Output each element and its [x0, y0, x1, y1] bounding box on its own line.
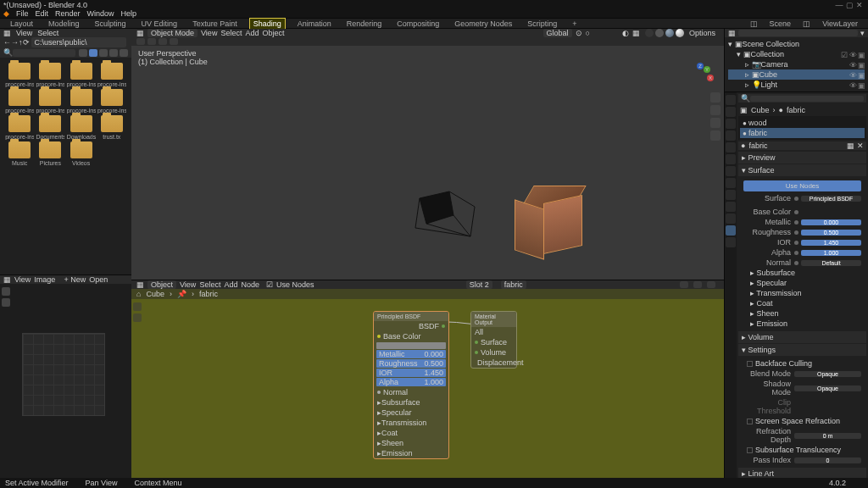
uv-open-button[interactable]: Open: [89, 275, 108, 284]
ne-menu-select[interactable]: Select: [199, 280, 220, 289]
editor-type-icon[interactable]: ▦: [728, 29, 736, 37]
close-icon[interactable]: ✕: [854, 1, 865, 9]
tab-texture[interactable]: Texture Paint: [189, 19, 241, 29]
uv-tool-icon[interactable]: [2, 298, 10, 307]
preview-panel[interactable]: ▸ Preview: [738, 152, 866, 164]
folder-item[interactable]: trust.tx: [97, 115, 126, 140]
shading-wire-icon[interactable]: [645, 29, 654, 37]
material-slot-wood[interactable]: ● wood: [740, 118, 865, 128]
tab-shading[interactable]: Shading: [249, 18, 286, 30]
vp-menu-object[interactable]: Object: [262, 29, 284, 37]
node-material-output[interactable]: Material Output All Surface Volume Displ…: [470, 311, 517, 369]
alpha-slider[interactable]: Alpha1.000: [376, 378, 446, 386]
uv-menu-view[interactable]: View: [14, 275, 31, 284]
refresh-icon[interactable]: ⟳: [23, 38, 30, 47]
menu-help[interactable]: Help: [121, 9, 137, 18]
tab-particle-icon[interactable]: [726, 178, 736, 188]
outliner-item-light[interactable]: ▹ 💡 Light👁▣: [728, 80, 865, 90]
roughness-slider[interactable]: Roughness0.500: [376, 359, 446, 368]
menu-file[interactable]: File: [16, 9, 29, 18]
select-tool-icon[interactable]: [133, 302, 142, 311]
roughness-field[interactable]: 0.500: [801, 230, 861, 236]
uv-tool-icon[interactable]: [2, 287, 10, 296]
blend-mode-select[interactable]: Opaque: [794, 371, 861, 377]
path-field[interactable]: C:\users\public\: [31, 37, 127, 47]
material-datablock[interactable]: ●fabric▦ ✕: [738, 141, 866, 150]
section-specular[interactable]: ▸ Specular: [743, 278, 861, 288]
folder-item[interactable]: Music: [5, 141, 34, 166]
shading-solid-icon[interactable]: [655, 29, 664, 37]
tab-render-icon[interactable]: [726, 95, 736, 105]
minimize-icon[interactable]: —: [834, 1, 844, 9]
viewlayer-field[interactable]: ViewLayer: [819, 19, 861, 29]
settings-panel[interactable]: ▾ Settings: [738, 344, 866, 356]
folder-item[interactable]: procore-ins...: [97, 63, 126, 87]
uv-new-button[interactable]: + New: [64, 275, 86, 284]
outliner-item-camera[interactable]: ▹ 📷 Camera👁▣: [728, 59, 865, 69]
editor-type-icon[interactable]: ▦: [3, 275, 11, 284]
folder-item[interactable]: Videos: [67, 141, 96, 166]
tab-world-icon[interactable]: [726, 142, 736, 152]
menu-render[interactable]: Render: [55, 9, 81, 18]
snap-icon[interactable]: [707, 281, 715, 288]
material-slot-fabric[interactable]: ● fabric: [740, 128, 865, 138]
cube-object[interactable]: [511, 186, 587, 262]
maximize-icon[interactable]: ▢: [844, 1, 854, 9]
tab-physics-icon[interactable]: [726, 190, 736, 200]
tab-uv[interactable]: UV Editing: [138, 19, 181, 29]
ne-menu-view[interactable]: View: [180, 280, 196, 289]
back-icon[interactable]: ←: [3, 38, 11, 47]
pin-icon[interactable]: [680, 281, 688, 288]
shader-mode[interactable]: Object: [147, 280, 176, 289]
section-emission[interactable]: ▸ Emission: [743, 319, 861, 329]
axis-y-icon[interactable]: Y: [704, 66, 710, 73]
axis-z-icon[interactable]: Z: [697, 63, 704, 69]
outliner-root[interactable]: ▾ ▣ Scene Collection: [728, 39, 865, 49]
proportional-icon[interactable]: ○: [586, 29, 590, 37]
alpha-field[interactable]: 1.000: [801, 250, 861, 256]
tab-sculpting[interactable]: Sculpting: [92, 19, 130, 29]
bc-home-icon[interactable]: ⌂: [136, 290, 141, 298]
section-subsurface[interactable]: ▸ Subsurface: [743, 268, 861, 278]
use-nodes-toggle[interactable]: Use Nodes: [276, 280, 314, 289]
folder-item[interactable]: procore-ins...: [97, 89, 126, 114]
zoom-icon[interactable]: [710, 92, 721, 103]
section-transmission[interactable]: ▸ Transmission: [743, 288, 861, 298]
ne-menu-add[interactable]: Add: [224, 280, 237, 289]
folder-item[interactable]: procore-ins...: [5, 63, 34, 87]
uv-viewport[interactable]: [0, 284, 131, 479]
tab-rendering[interactable]: Rendering: [343, 19, 386, 29]
tab-animation[interactable]: Animation: [294, 19, 335, 29]
refraction-depth-field[interactable]: 0 m: [794, 433, 861, 439]
node-principled-bsdf[interactable]: Principled BSDF BSDF Base Color Metallic…: [373, 311, 449, 459]
overlays-icon[interactable]: ◐: [622, 29, 629, 37]
tool-icon[interactable]: [136, 38, 145, 45]
xray-icon[interactable]: ▦: [632, 29, 640, 37]
folder-item[interactable]: Documents: [36, 115, 64, 140]
material-selector[interactable]: fabric: [501, 280, 526, 289]
surface-shader-select[interactable]: Principled BSDF: [801, 196, 861, 202]
folder-item[interactable]: procore-ins...: [36, 63, 64, 87]
volume-panel[interactable]: ▸ Volume: [738, 331, 866, 343]
folder-item[interactable]: procore-ins...: [36, 89, 64, 114]
folder-item[interactable]: procore-ins...: [67, 89, 96, 114]
filter-icon[interactable]: ▾: [860, 29, 865, 37]
material-slot-list[interactable]: ● wood ● fabric: [738, 116, 866, 140]
slot-selector[interactable]: Slot 2: [466, 280, 492, 289]
folder-item[interactable]: procore-ins...: [5, 89, 34, 114]
mode-selector[interactable]: Object Mode: [147, 29, 198, 37]
camera-object[interactable]: [411, 190, 479, 241]
axis-x-icon[interactable]: X: [707, 75, 714, 81]
properties-search[interactable]: [750, 96, 864, 102]
fb-menu-select[interactable]: Select: [37, 29, 58, 37]
filebrowser-grid[interactable]: procore-ins...procore-ins...procore-ins.…: [0, 58, 131, 274]
editor-type-icon[interactable]: ▦: [136, 29, 144, 37]
normal-field[interactable]: Default: [801, 260, 861, 266]
sort-icon[interactable]: [99, 49, 108, 57]
section-sheen[interactable]: ▸ Sheen: [743, 308, 861, 319]
ssr-check[interactable]: Screen Space Refraction: [743, 416, 861, 426]
outliner-collection[interactable]: ▾ ▣ Collection☑👁▣: [728, 49, 865, 59]
bc-material[interactable]: fabric: [199, 290, 218, 298]
scene-field[interactable]: Scene: [766, 19, 795, 29]
folder-item[interactable]: Pictures: [36, 141, 64, 166]
